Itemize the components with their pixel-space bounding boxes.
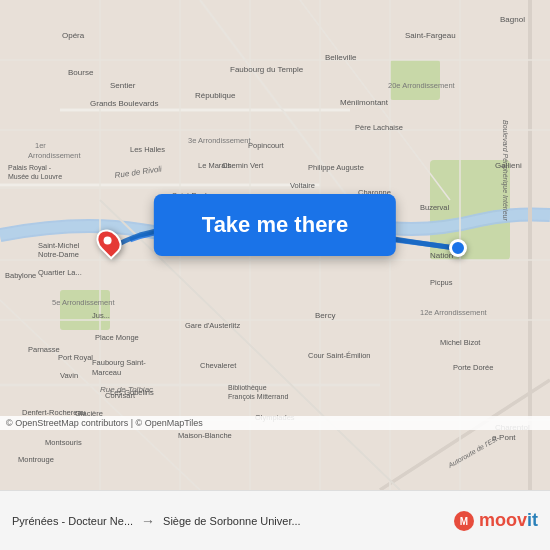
svg-text:5e Arrondissement: 5e Arrondissement <box>52 298 115 307</box>
svg-text:Bagnol: Bagnol <box>500 15 525 24</box>
svg-text:Bourse: Bourse <box>68 68 94 77</box>
svg-text:Saint-Fargeau: Saint-Fargeau <box>405 31 456 40</box>
route-from-label: Pyrénées - Docteur Ne... <box>12 515 133 527</box>
svg-rect-3 <box>390 60 440 100</box>
moovit-logo-icon: M <box>453 510 475 532</box>
svg-text:Port Royal: Port Royal <box>58 353 93 362</box>
attribution-text: © OpenStreetMap contributors | © OpenMap… <box>6 418 203 428</box>
svg-text:Saint-Michel: Saint-Michel <box>38 241 80 250</box>
svg-text:Babylone: Babylone <box>5 271 36 280</box>
svg-text:Buzerval: Buzerval <box>420 203 450 212</box>
svg-text:12e Arrondissement: 12e Arrondissement <box>420 308 488 317</box>
svg-text:Voltaire: Voltaire <box>290 181 315 190</box>
svg-text:1er: 1er <box>35 141 46 150</box>
route-arrow: → <box>141 513 155 529</box>
svg-text:Sentier: Sentier <box>110 81 136 90</box>
svg-text:Les Halles: Les Halles <box>130 145 165 154</box>
svg-text:Vavin: Vavin <box>60 371 78 380</box>
brand-logo: M moovit <box>453 510 538 532</box>
svg-text:Chemin Vert: Chemin Vert <box>222 161 264 170</box>
svg-text:Philippe Auguste: Philippe Auguste <box>308 163 364 172</box>
svg-text:Cour Saint-Émilion: Cour Saint-Émilion <box>308 351 371 360</box>
route-info: Pyrénées - Docteur Ne... → Siège de Sorb… <box>12 513 453 529</box>
svg-text:Montsouris: Montsouris <box>45 438 82 447</box>
svg-text:Les Gobelins: Les Gobelins <box>110 388 154 397</box>
map-container: Rue de Rivoli La Seine Rue de Tolbiac Bo… <box>0 0 550 490</box>
svg-text:Boulevard Périphérique Intérie: Boulevard Périphérique Intérieur <box>501 120 509 221</box>
svg-text:Picpus: Picpus <box>430 278 453 287</box>
svg-text:Jus...: Jus... <box>92 311 110 320</box>
svg-text:Faubourg Saint-: Faubourg Saint- <box>92 358 146 367</box>
bottom-bar: Pyrénées - Docteur Ne... → Siège de Sorb… <box>0 490 550 550</box>
svg-text:Ménilmontant: Ménilmontant <box>340 98 389 107</box>
svg-text:République: République <box>195 91 236 100</box>
svg-text:Père Lachaise: Père Lachaise <box>355 123 403 132</box>
svg-text:Grands Boulevards: Grands Boulevards <box>90 99 158 108</box>
svg-text:Marceau: Marceau <box>92 368 121 377</box>
svg-text:Chevaleret: Chevaleret <box>200 361 237 370</box>
svg-text:e-Pont: e-Pont <box>492 433 516 442</box>
attribution-bar: © OpenStreetMap contributors | © OpenMap… <box>0 416 550 430</box>
svg-text:Maison-Blanche: Maison-Blanche <box>178 431 232 440</box>
svg-text:Belleville: Belleville <box>325 53 357 62</box>
svg-rect-2 <box>60 290 110 330</box>
svg-text:Parnasse: Parnasse <box>28 345 60 354</box>
svg-text:Musée du Louvre: Musée du Louvre <box>8 173 62 180</box>
take-me-there-button[interactable]: Take me there <box>154 194 396 256</box>
svg-text:Popincourt: Popincourt <box>248 141 285 150</box>
origin-dot <box>104 237 112 245</box>
svg-text:Palais Royal -: Palais Royal - <box>8 164 52 172</box>
svg-text:Place Monge: Place Monge <box>95 333 139 342</box>
svg-text:Gallieni: Gallieni <box>495 161 522 170</box>
svg-text:20e Arrondissement: 20e Arrondissement <box>388 81 456 90</box>
svg-text:3e Arrondissement: 3e Arrondissement <box>188 136 251 145</box>
svg-text:Porte Dorée: Porte Dorée <box>453 363 493 372</box>
svg-text:Michel Bizot: Michel Bizot <box>440 338 481 347</box>
brand-name: moovit <box>479 510 538 531</box>
svg-text:Arrondissement: Arrondissement <box>28 151 81 160</box>
svg-text:Notre-Dame: Notre-Dame <box>38 250 79 259</box>
svg-text:Bercy: Bercy <box>315 311 335 320</box>
svg-text:Opéra: Opéra <box>62 31 85 40</box>
route-to-label: Siège de Sorbonne Univer... <box>163 515 301 527</box>
svg-text:Gare d'Austerlitz: Gare d'Austerlitz <box>185 321 240 330</box>
svg-text:François Mitterrand: François Mitterrand <box>228 393 288 401</box>
svg-text:Montrouge: Montrouge <box>18 455 54 464</box>
svg-text:M: M <box>460 516 468 527</box>
svg-text:Faubourg du Temple: Faubourg du Temple <box>230 65 304 74</box>
destination-marker <box>449 239 467 257</box>
svg-text:Quartier La...: Quartier La... <box>38 268 82 277</box>
svg-text:Bibliothèque: Bibliothèque <box>228 384 267 392</box>
